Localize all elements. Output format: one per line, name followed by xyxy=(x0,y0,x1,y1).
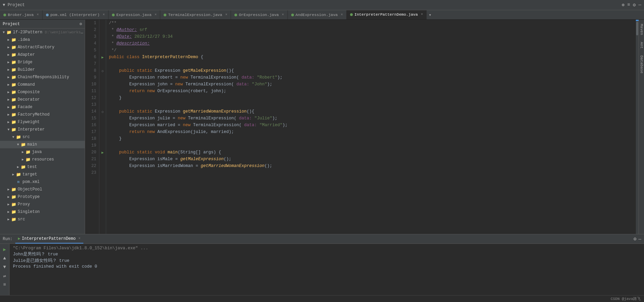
idea-label: .idea xyxy=(18,37,30,42)
sidebar-item-pom[interactable]: ▶ m pom.xml xyxy=(0,178,85,186)
sidebar-item-idea[interactable]: ▶ 📁 .idea xyxy=(0,36,85,44)
pom-label: pom.xml xyxy=(22,180,39,184)
scroll-down-btn[interactable]: ▼ xyxy=(1,263,9,271)
fly-arrow: ▶ xyxy=(6,120,11,124)
composite-arrow: ▶ xyxy=(6,90,11,94)
sidebar-item-src[interactable]: ▼ 📁 src xyxy=(0,133,85,141)
sidebar-item-decorator[interactable]: ▶ 📁 Decorator xyxy=(0,96,85,103)
sidebar-item-command[interactable]: ▶ 📁 Command xyxy=(0,81,85,88)
res-arrow: ▶ xyxy=(20,157,25,162)
run-tab-demo[interactable]: ▶ InterpreterPatternDemo × xyxy=(15,234,83,244)
sidebar-settings-icon[interactable]: ⚙ xyxy=(80,21,82,27)
tab-broker[interactable]: Broker.java × xyxy=(0,10,43,19)
sidebar-item-composite[interactable]: ▶ 📁 Composite xyxy=(0,88,85,96)
close-tab-pom[interactable]: × xyxy=(103,13,105,17)
test-label: test xyxy=(27,165,37,169)
editor-scrollbar[interactable] xyxy=(636,20,639,234)
settings-icon[interactable]: ⚙ xyxy=(633,2,635,8)
sidebar-item-factory[interactable]: ▶ 📁 FactoryMethod xyxy=(0,111,85,118)
project-title: ▼ Project xyxy=(3,3,25,7)
run-gutter-20[interactable]: ▶ xyxy=(99,149,106,156)
bridge-arrow: ▶ xyxy=(6,60,11,64)
ant-panel-btn[interactable]: Ant xyxy=(639,39,644,51)
tab-terminal-expr[interactable]: TerminalExpression.java × xyxy=(160,10,231,19)
sidebar-item-facade[interactable]: ▶ 📁 Facade xyxy=(0,103,85,111)
line-11: return new OrExpression(robert, john); xyxy=(109,88,633,95)
filter-btn[interactable]: ≡ xyxy=(1,281,9,289)
decorator-arrow: ▶ xyxy=(6,98,11,102)
tab-expression[interactable]: Expression.java × xyxy=(109,10,161,19)
close-tab-or[interactable]: × xyxy=(282,13,284,17)
tab-dot-terminal xyxy=(164,14,166,16)
tab-dot-expr xyxy=(112,14,115,16)
new-tab-icon[interactable]: ⊕ xyxy=(622,2,624,8)
main-area: Project ⚙ ▼ 📁 lf-23Pattern D:\wenjian\wo… xyxy=(0,20,644,234)
adapter-label: Adapter xyxy=(18,52,35,57)
code-lines[interactable]: /** * @Author: srf * @Date: 2023/12/27 9… xyxy=(106,20,636,234)
split-icon[interactable]: ≡ xyxy=(627,2,630,8)
target-arrow: ▶ xyxy=(11,172,16,177)
bridge-label: Bridge xyxy=(18,60,32,65)
close-tab-demo[interactable]: × xyxy=(421,13,423,16)
console-line-5: Process finished with exit code 0 xyxy=(13,264,641,269)
sidebar-item-resources[interactable]: ▶ 📁 resources xyxy=(0,156,85,163)
tab-and-expr[interactable]: AndExpression.java × xyxy=(288,10,347,19)
tab-dot-or xyxy=(234,14,237,16)
sidebar-item-main[interactable]: ▼ 📁 main xyxy=(0,141,85,148)
sidebar-item-abstractfactory[interactable]: ▶ 📁 AbstractFactory xyxy=(0,44,85,51)
footer-credit: CSDN @java路飞 xyxy=(611,296,641,301)
minimize-icon[interactable]: — xyxy=(639,2,641,8)
sidebar-item-prototype[interactable]: ▶ 📁 Prototype xyxy=(0,193,85,201)
bottom-panel: Run: ▶ InterpreterPatternDemo × ⚙ — ▶ ▲ … xyxy=(0,234,644,302)
line-1: /** xyxy=(109,20,633,27)
af-label: AbstractFactory xyxy=(18,45,54,50)
sidebar-item-chain[interactable]: ▶ 📁 ChainofResponsibility xyxy=(0,73,85,81)
tab-pom-interp[interactable]: pom.xml (Interpreter) × xyxy=(43,10,109,19)
sidebar-item-singleton[interactable]: ▶ 📁 Singleton xyxy=(0,208,85,216)
scroll-up-btn[interactable]: ▲ xyxy=(1,254,9,262)
adapter-arrow: ▶ xyxy=(6,53,11,57)
src2-label: src xyxy=(18,217,25,222)
sidebar-item-java[interactable]: ▶ 📁 java xyxy=(0,148,85,156)
run-tab-close[interactable]: × xyxy=(78,237,80,240)
close-tab-expr[interactable]: × xyxy=(154,13,156,17)
settings-run-icon[interactable]: ⚙ xyxy=(633,236,636,242)
af-folder-icon: 📁 xyxy=(11,45,16,50)
sidebar-item-builder[interactable]: ▶ 📁 Builder xyxy=(0,66,85,73)
adapter-folder-icon: 📁 xyxy=(11,52,16,57)
sidebar-item-interpreter[interactable]: ▼ 📁 Interpreter xyxy=(0,126,85,133)
sidebar-item-bridge[interactable]: ▶ 📁 Bridge xyxy=(0,58,85,66)
proxy-label: Proxy xyxy=(18,202,30,207)
line-19 xyxy=(109,142,633,149)
sidebar-item-target[interactable]: ▶ 📁 target xyxy=(0,171,85,178)
database-panel-btn[interactable]: Database xyxy=(639,53,644,76)
sidebar-item-objectpool[interactable]: ▶ 📁 ObjectPool xyxy=(0,186,85,193)
close-run-icon[interactable]: — xyxy=(639,236,641,242)
tab-overflow-btn[interactable]: ▾ xyxy=(427,10,433,19)
bottom-content: ▶ ▲ ▼ ⇌ ≡ "C:\Program Files\Java\jdk1.8.… xyxy=(0,244,644,295)
line-9: Expression robert = new TerminalExpressi… xyxy=(109,74,633,81)
java-folder-icon: 📁 xyxy=(25,149,31,155)
sidebar-item-src2[interactable]: ▶ 📁 src xyxy=(0,216,85,223)
maven-panel-btn[interactable]: Maven xyxy=(639,21,644,38)
run-btn[interactable]: ▶ xyxy=(1,245,9,253)
tab-or-expr[interactable]: OrExpression.java × xyxy=(231,10,287,19)
top-bar-icons: ⊕ ≡ ⚙ — xyxy=(622,2,641,8)
sidebar-item-flyweight[interactable]: ▶ 📁 Flyweight xyxy=(0,118,85,126)
close-tab-terminal[interactable]: × xyxy=(225,13,227,17)
sidebar-item-adapter[interactable]: ▶ 📁 Adapter xyxy=(0,51,85,58)
line-4: * @description: xyxy=(109,40,633,47)
fly-label: Flyweight xyxy=(18,120,40,124)
close-tab-and[interactable]: × xyxy=(341,13,343,17)
line-20: public static void main(String[] args) { xyxy=(109,149,633,156)
proto-folder-icon: 📁 xyxy=(11,194,16,200)
wrap-btn[interactable]: ⇌ xyxy=(1,272,9,280)
tab-dot-pom xyxy=(46,14,49,16)
run-gutter-6[interactable]: ▶ xyxy=(99,54,106,61)
tree-root[interactable]: ▼ 📁 lf-23Pattern D:\wenjian\workspace\lf… xyxy=(0,29,85,36)
op-label: ObjectPool xyxy=(18,187,42,192)
close-tab-broker[interactable]: × xyxy=(37,13,39,17)
tab-interp-demo[interactable]: InterpreterPatternDemo.java × xyxy=(347,10,427,19)
sidebar-item-proxy[interactable]: ▶ 📁 Proxy xyxy=(0,201,85,208)
sidebar-item-test[interactable]: ▶ 📁 test xyxy=(0,163,85,171)
